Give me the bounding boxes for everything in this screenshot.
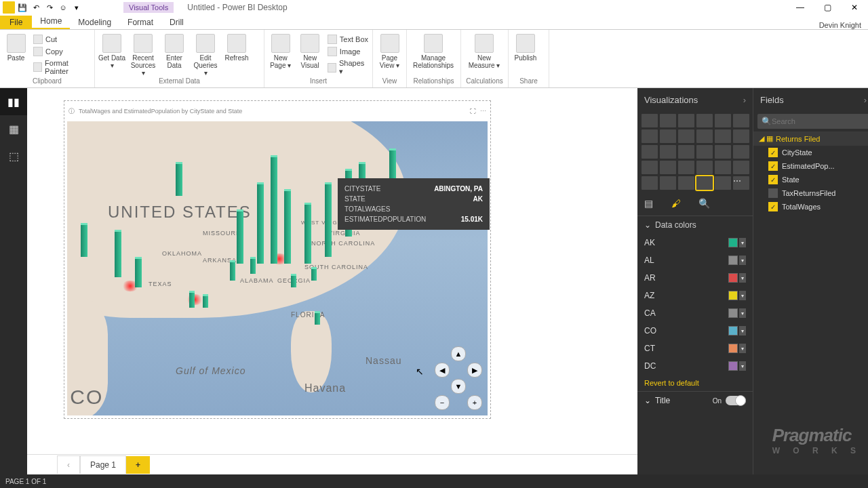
recent-sources-button[interactable]: Recent Sources ▾ [129,34,157,77]
edit-queries-button[interactable]: Edit Queries ▾ [191,34,220,77]
add-page-button[interactable]: + [126,456,150,474]
viz-type[interactable] [678,176,694,190]
tab-drill[interactable]: Drill [161,16,192,29]
viz-type[interactable] [733,145,749,159]
cut-button[interactable]: Cut [32,34,92,45]
field-checkbox[interactable]: ✓ [768,161,778,171]
revert-default-link[interactable]: Revert to default [637,375,753,391]
map-pan-right[interactable]: ▶ [467,363,482,378]
minimize-button[interactable]: — [787,0,814,15]
refresh-button[interactable]: Refresh [222,34,251,62]
model-view-icon[interactable]: ⬚ [0,142,27,169]
fields-search[interactable]: 🔍 [757,114,868,129]
file-tab[interactable]: File [0,16,32,29]
data-view-icon[interactable]: ▦ [0,115,27,142]
qat-undo-icon[interactable]: ↶ [30,1,42,14]
publish-button[interactable]: Publish [511,34,540,62]
collapse-fields-icon[interactable]: › [864,95,867,105]
new-visual-button[interactable]: New Visual [296,34,323,69]
qat-dropdown-icon[interactable]: ▾ [71,1,83,14]
viz-type-more[interactable]: ⋯ [733,176,749,190]
visual-frame[interactable]: ⓘ TotalWages and EstimatedPopulation by … [64,100,491,419]
chevron-down-icon[interactable]: ⌄ [644,220,651,230]
fields-mode-icon[interactable]: ▤ [644,198,659,210]
viz-type[interactable] [660,129,676,143]
map-zoom-out[interactable]: − [435,395,450,410]
viz-type[interactable] [642,145,658,159]
viz-type[interactable] [696,145,713,159]
analytics-mode-icon[interactable]: 🔍 [698,198,713,210]
field-row[interactable]: ✓EstimatedPop... [753,159,868,173]
map-visual[interactable]: UNITED STATES ICO Gulf of Mexico Nassau … [67,121,488,415]
get-data-button[interactable]: Get Data ▾ [98,34,126,69]
qat-smiley-icon[interactable]: ☺ [57,1,69,14]
map-zoom-in[interactable]: + [467,395,482,410]
field-checkbox[interactable]: ✓ [768,175,778,184]
table-header[interactable]: ◢ ▦ Returns Filed [753,131,868,146]
page-prev[interactable]: ‹ [57,455,80,474]
viz-type[interactable] [733,129,749,143]
color-picker[interactable]: ▾ [728,291,746,300]
map-pan-left[interactable]: ◀ [435,363,450,378]
shapes-button[interactable]: Shapes ▾ [326,58,370,77]
collapse-viz-icon[interactable]: › [743,95,746,105]
search-input[interactable] [772,117,865,125]
color-picker[interactable]: ▾ [728,326,746,336]
text-box-button[interactable]: Text Box [326,34,370,45]
map-tilt-down[interactable]: ▼ [451,379,466,394]
format-mode-icon[interactable]: 🖌 [671,198,686,210]
viz-type[interactable] [715,161,731,174]
image-button[interactable]: Image [326,46,370,57]
chevron-icon[interactable]: ⌄ [644,396,651,405]
viz-type[interactable] [660,161,676,174]
viz-type[interactable] [678,145,694,159]
viz-type[interactable] [733,114,749,127]
viz-type[interactable] [660,145,676,159]
field-checkbox[interactable] [768,188,778,198]
new-measure-button[interactable]: New Measure ▾ [464,34,505,69]
qat-save-icon[interactable]: 💾 [16,1,28,14]
color-picker[interactable]: ▾ [728,256,746,265]
color-picker[interactable]: ▾ [728,273,746,283]
tab-format[interactable]: Format [119,16,161,29]
username[interactable]: Devin Knight [819,21,868,29]
copy-button[interactable]: Copy [32,46,92,57]
viz-type[interactable] [642,161,658,174]
viz-type[interactable] [696,114,713,127]
viz-type[interactable] [715,114,731,127]
field-row[interactable]: ✓CityState [753,146,868,159]
viz-type[interactable] [715,129,731,143]
viz-type[interactable] [660,114,676,127]
viz-type[interactable] [696,129,713,143]
report-canvas[interactable]: ⓘ TotalWages and EstimatedPopulation by … [27,88,637,454]
close-button[interactable]: ✕ [841,0,868,15]
focus-mode-icon[interactable]: ⛶ [470,108,476,115]
viz-type[interactable] [660,176,676,190]
viz-type[interactable] [642,176,658,190]
field-row[interactable]: ✓State [753,173,868,186]
manage-relationships-button[interactable]: Manage Relationships [410,34,457,69]
page-view-button[interactable]: Page View ▾ [376,34,403,69]
new-page-button[interactable]: New Page ▾ [267,34,294,69]
field-row[interactable]: ✓TotalWages [753,200,868,214]
report-view-icon[interactable]: ▮▮ [0,88,27,115]
more-icon[interactable]: ⋯ [480,108,486,115]
viz-type[interactable] [678,114,694,127]
format-painter-button[interactable]: Format Painter [32,58,92,76]
viz-type[interactable] [715,145,731,159]
viz-type[interactable] [642,129,658,143]
color-picker[interactable]: ▾ [728,238,746,247]
tab-home[interactable]: Home [32,14,70,29]
paste-button[interactable]: Paste [3,34,29,62]
title-toggle[interactable] [726,396,746,405]
viz-type[interactable] [642,114,658,127]
color-picker[interactable]: ▾ [728,344,746,353]
field-row[interactable]: TaxReturnsFiled [753,186,868,200]
color-picker[interactable]: ▾ [728,308,746,318]
viz-type[interactable] [715,176,731,190]
viz-type-selected[interactable] [696,176,713,190]
field-checkbox[interactable]: ✓ [768,202,778,211]
info-icon[interactable]: ⓘ [68,107,75,116]
enter-data-button[interactable]: Enter Data [160,34,189,69]
field-checkbox[interactable]: ✓ [768,148,778,157]
